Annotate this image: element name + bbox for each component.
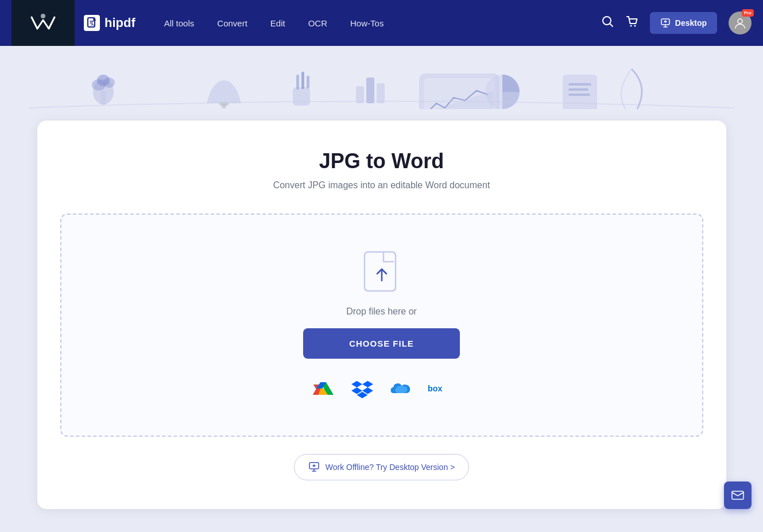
offline-banner: Work Offline? Try Desktop Version >: [60, 454, 703, 480]
pro-badge: Pro: [742, 9, 754, 17]
navbar: hipdf All tools Convert Edit OCR How-Tos: [0, 0, 763, 46]
desktop-button[interactable]: Desktop: [650, 12, 717, 34]
nav-ocr[interactable]: OCR: [308, 18, 327, 28]
email-float-button[interactable]: [724, 481, 752, 509]
box-button[interactable]: box: [428, 376, 453, 401]
svg-rect-27: [568, 94, 590, 96]
svg-rect-35: [732, 491, 743, 499]
onedrive-button[interactable]: [389, 376, 414, 401]
hipdf-brand: hipdf: [84, 15, 135, 31]
svg-point-13: [222, 104, 226, 108]
page-subtitle: Convert JPG images into an editable Word…: [60, 180, 703, 191]
user-avatar[interactable]: Pro: [729, 11, 752, 34]
offline-text: Work Offline? Try Desktop Version >: [326, 463, 455, 472]
svg-point-11: [97, 75, 110, 86]
svg-text:box: box: [428, 384, 442, 393]
svg-rect-16: [301, 72, 304, 89]
svg-rect-8: [100, 91, 106, 105]
nav-all-tools[interactable]: All tools: [164, 18, 195, 28]
desktop-btn-label: Desktop: [675, 18, 707, 28]
drop-text: Drop files here or: [346, 306, 417, 317]
svg-rect-26: [568, 88, 588, 91]
page-title: JPG to Word: [60, 149, 703, 173]
nav-links: All tools Convert Edit OCR How-Tos: [164, 18, 602, 28]
nav-edit[interactable]: Edit: [270, 18, 285, 28]
svg-rect-18: [356, 86, 364, 103]
nav-howtos[interactable]: How-Tos: [350, 18, 384, 28]
cart-button[interactable]: [626, 15, 638, 31]
svg-rect-19: [366, 77, 374, 103]
nav-convert[interactable]: Convert: [217, 18, 247, 28]
svg-point-0: [41, 14, 45, 18]
dropbox-button[interactable]: [350, 376, 375, 401]
svg-point-3: [630, 25, 632, 26]
svg-rect-15: [296, 75, 299, 90]
offline-button[interactable]: Work Offline? Try Desktop Version >: [294, 454, 470, 480]
main-content: JPG to Word Convert JPG images into an e…: [0, 109, 763, 532]
deco-illustration: [0, 46, 763, 109]
hipdf-name: hipdf: [104, 15, 135, 30]
cloud-icons: box: [311, 376, 453, 401]
deco-area: [0, 46, 763, 109]
google-drive-button[interactable]: [311, 376, 336, 401]
drop-zone[interactable]: Drop files here or CHOOSE FILE: [60, 213, 703, 437]
wondershare-logo: [11, 0, 75, 46]
upload-icon: [362, 249, 402, 295]
svg-point-6: [738, 19, 742, 24]
nav-actions: Desktop Pro: [602, 11, 752, 34]
svg-rect-14: [293, 87, 310, 106]
svg-rect-20: [377, 83, 385, 103]
hipdf-icon: [84, 15, 100, 31]
svg-point-4: [634, 25, 636, 26]
choose-file-button[interactable]: CHOOSE FILE: [303, 328, 460, 359]
converter-card: JPG to Word Convert JPG images into an e…: [37, 121, 726, 509]
search-button[interactable]: [602, 15, 614, 31]
svg-rect-25: [568, 83, 591, 86]
svg-rect-17: [307, 76, 309, 88]
